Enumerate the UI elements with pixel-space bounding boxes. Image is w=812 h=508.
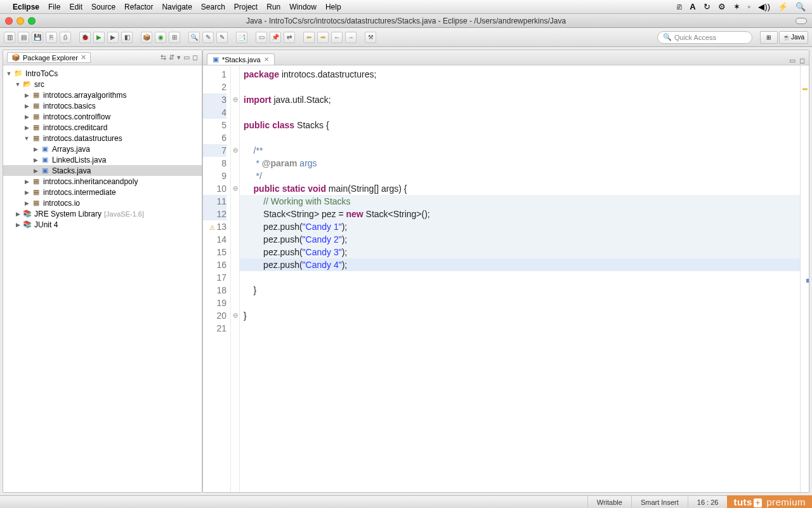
pin-button[interactable]: 📌 [270,32,281,43]
menu-search[interactable]: Search [201,3,225,11]
link-editor-icon[interactable]: ⇵ [169,53,174,62]
editor-tab-label: *Stacks.java [222,56,261,64]
package-explorer-title: Package Explorer [23,54,78,62]
wifi-signal-icon[interactable]: ◦ [748,2,751,11]
java-file-icon: ▣ [213,55,219,64]
quick-access-placeholder: Quick Access [674,34,716,41]
open-perspective-button[interactable]: ⊞ [760,31,778,44]
menu-window[interactable]: Window [289,3,317,11]
folder-src[interactable]: ▼📂src [3,79,202,90]
adobe-icon[interactable]: A [690,2,695,11]
menu-refactor[interactable]: Refactor [124,3,153,11]
new-wizard-button[interactable]: ▤ [18,32,29,43]
package-introtocs-arrayalgorithms[interactable]: ▶▦introtocs.arrayalgorithms [3,90,202,100]
save-button[interactable]: 💾 [32,32,43,43]
run-button[interactable]: ▶ [93,32,105,43]
package-introtocs-intermediate[interactable]: ▶▦introtocs.intermediate [3,187,202,197]
maximize-editor-icon[interactable]: ◻ [799,57,805,65]
insert-mode-status: Smart Insert [631,496,688,508]
package-explorer-view: 📦 Package Explorer ✕ ⇆ ⇵ ▾ ▭ ◻ ▼📁IntroTo… [3,50,202,493]
cursor-indicator [806,279,809,283]
package-introtocs-creditcard[interactable]: ▶▦introtocs.creditcard [3,122,202,133]
package-introtocs-io[interactable]: ▶▦introtocs.io [3,197,202,208]
editor-tab-stacks[interactable]: ▣ *Stacks.java ✕ [207,53,275,65]
watermark: tuts+ premium [727,495,812,508]
menu-file[interactable]: File [48,3,60,11]
writable-status: Writable [587,496,631,508]
statusbar: Writable Smart Insert 16 : 26 tuts+ prem… [0,495,812,508]
toggle-breadcrumb-button[interactable]: ▭ [256,32,267,43]
collapse-all-icon[interactable]: ⇆ [160,53,166,62]
bookmark-button[interactable]: 📑 [236,32,247,43]
open-type-button[interactable]: ⊞ [169,32,180,43]
back-button[interactable]: ⬅ [303,32,315,43]
maximize-view-icon[interactable]: ◻ [192,53,198,62]
warning-marker[interactable] [802,88,808,90]
file-LinkedLists-java[interactable]: ▶▣LinkedLists.java [3,154,202,165]
code-editor[interactable]: 123456789101112⚠131415161718192021 ⊖⊖⊖⊖ … [203,65,809,492]
nav-forward-button[interactable]: → [345,32,357,43]
task-button[interactable]: ✎ [216,32,228,43]
main-toolbar: ▥ ▤ 💾 ⎘ ⎙ 🐞 ▶ ▶ ◧ 📦 ◉ ⊞ 🔍 ✎ ✎ 📑 ▭ 📌 ⇄ ⬅ … [0,28,812,47]
menu-navigate[interactable]: Navigate [162,3,192,11]
package-introtocs-controlflow[interactable]: ▶▦introtocs.controlflow [3,111,202,122]
package-introtocs-basics[interactable]: ▶▦introtocs.basics [3,100,202,111]
mac-menubar: Eclipse FileEditSourceRefactorNavigateSe… [0,0,812,14]
close-tab-icon[interactable]: ✕ [264,56,269,63]
close-view-icon[interactable]: ✕ [81,53,86,62]
debug-button[interactable]: 🐞 [79,32,91,43]
java-perspective-button[interactable]: ☕Java [779,31,808,44]
display-icon[interactable]: ⎚ [677,2,682,11]
quick-access-input[interactable]: 🔍 Quick Access [657,31,752,44]
project-introtocs[interactable]: ▼📁IntroToCs [3,68,202,79]
battery-icon[interactable]: ⚡ [778,2,788,11]
window-titlebar: Java - IntroToCs/src/introtocs/datastruc… [0,14,812,28]
toggle-mark-button[interactable]: ✎ [202,32,214,43]
lib-jre-system-library[interactable]: ▶📚JRE System Library[JavaSE-1.6] [3,208,202,219]
wifi-icon[interactable]: ✶ [733,2,740,11]
spotlight-icon[interactable]: 🔍 [796,2,806,11]
coverage-button[interactable]: ◧ [121,32,133,43]
build-button[interactable]: ⚒ [365,32,376,43]
view-menu-icon[interactable]: ▾ [177,53,181,62]
menu-edit[interactable]: Edit [69,3,82,11]
forward-button[interactable]: ➡ [317,32,329,43]
new-class-button[interactable]: ◉ [155,32,166,43]
package-introtocs-datastructures[interactable]: ▼▦introtocs.datastructures [3,133,202,144]
editor-area: ▣ *Stacks.java ✕ ▭ ◻ 123456789101112⚠131… [202,50,809,493]
timemachine-icon[interactable]: ↻ [704,2,710,11]
menu-project[interactable]: Project [234,3,258,11]
file-Stacks-java[interactable]: ▶▣Stacks.java [3,165,202,176]
package-introtocs-inheritanceandpoly[interactable]: ▶▦introtocs.inheritanceandpoly [3,176,202,187]
lib-junit-4[interactable]: ▶📚JUnit 4 [3,219,202,230]
menu-help[interactable]: Help [325,3,341,11]
cursor-position-status: 16 : 26 [688,496,728,508]
menu-source[interactable]: Source [91,3,115,11]
run-last-button[interactable]: ▶ [107,32,119,43]
perspective-switcher: ⊞ ☕Java [760,31,808,44]
window-title: Java - IntroToCs/src/introtocs/datastruc… [0,17,812,25]
save-all-button[interactable]: ⎘ [46,32,57,43]
new-package-button[interactable]: 📦 [141,32,152,43]
search-button[interactable]: 🔍 [188,32,200,43]
bluetooth-icon[interactable]: ⚙ [718,2,726,11]
app-name[interactable]: Eclipse [13,3,39,11]
volume-icon[interactable]: ◀)) [758,2,770,11]
toolbar-toggle-button[interactable] [796,18,807,24]
minimize-view-icon[interactable]: ▭ [183,53,190,62]
link-button[interactable]: ⇄ [284,32,295,43]
package-explorer-tree[interactable]: ▼📁IntroToCs▼📂src▶▦introtocs.arrayalgorit… [3,65,202,492]
new-button[interactable]: ▥ [4,32,15,43]
nav-back-button[interactable]: ← [331,32,343,43]
package-icon: 📦 [11,53,20,62]
file-Arrays-java[interactable]: ▶▣Arrays.java [3,144,202,154]
menubar-status-icons: ⎚ A ↻ ⚙ ✶ ◦ ◀)) ⚡ 🔍 [677,2,806,11]
package-explorer-tab[interactable]: 📦 Package Explorer ✕ [7,52,91,63]
minimize-editor-icon[interactable]: ▭ [789,57,796,65]
print-button[interactable]: ⎙ [60,32,71,43]
menu-run[interactable]: Run [266,3,280,11]
